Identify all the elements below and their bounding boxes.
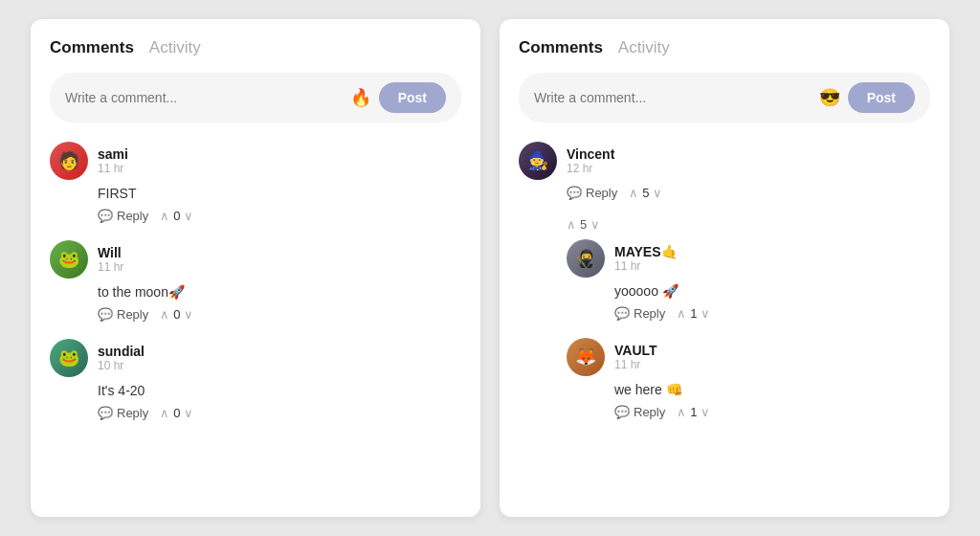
comment-header: 🥷 MAYES🤙 11 hr [567,239,930,278]
comment-actions: 💬 Reply ∧ 0 ∨ [98,406,461,420]
vote-count: 0 [173,406,180,420]
reply-label: Reply [586,186,617,200]
upvote-button[interactable]: ∧ [677,306,686,321]
reply-label: Reply [117,307,148,322]
username: sami [98,146,128,162]
avatar: 🧑 [50,142,88,180]
comment-input[interactable] [65,90,343,105]
downvote-button[interactable]: ∨ [184,406,193,420]
downvote-button[interactable]: ∨ [701,405,710,419]
reply-icon: 💬 [98,406,113,420]
comment-header: 🧑 sami 11 hr [50,142,461,180]
time-ago: 11 hr [614,259,678,273]
comment-text: yooooo 🚀 [614,283,930,299]
username: Will [98,245,123,260]
comment-header: 🐸 Will 11 hr [50,240,461,279]
tab-comments[interactable]: Comments [519,38,603,57]
tab-activity[interactable]: Activity [618,38,670,57]
comment-header: 🦊 VAULT 11 hr [567,338,930,376]
vote-row: ∧ 1 ∨ [677,405,710,419]
time-ago: 11 hr [98,162,128,175]
comment-item: 🐸 sundial 10 hr It's 4-20 💬 Reply ∧ 0 ∨ [50,339,461,420]
username: VAULT [614,343,657,358]
comment-actions: 💬 Reply ∧ 1 ∨ [614,306,930,321]
comment-text: It's 4-20 [98,383,461,398]
downvote-button[interactable]: ∨ [701,306,710,321]
user-info: VAULT 11 hr [614,343,657,371]
downvote-button[interactable]: ∨ [184,209,193,223]
reply-downvote[interactable]: ∨ [590,217,600,232]
input-emoji: 🔥 [350,87,371,108]
upvote-button[interactable]: ∧ [160,209,169,223]
reply-count: 5 [580,217,587,232]
comments-panel: Comments Activity 🔥 Post 🧑 sami 11 hr FI… [31,19,480,517]
downvote-button[interactable]: ∨ [653,186,662,200]
user-info: sundial 10 hr [98,344,145,372]
time-ago: 12 hr [567,162,614,175]
tab-comments[interactable]: Comments [50,38,134,57]
input-emoji: 😎 [819,87,840,108]
comment-text: FIRST [98,186,461,201]
comment-input[interactable] [534,90,812,105]
upvote-button[interactable]: ∧ [629,186,638,200]
vote-row: ∧ 5 ∨ [629,186,662,200]
post-button[interactable]: Post [379,82,446,113]
user-info: sami 11 hr [98,146,128,175]
comment-item: 🧙 Vincent 12 hr 💬 Reply ∧ 5 ∨ [519,142,930,200]
vote-count: 0 [173,307,180,322]
vote-row: ∧ 0 ∨ [160,307,193,322]
comment-actions: 💬 Reply ∧ 5 ∨ [567,186,930,200]
reply-button[interactable]: 💬 Reply [98,209,148,223]
vote-row: ∧ 1 ∨ [677,306,710,321]
avatar: 🐸 [50,240,88,279]
nested-comment-item: 🦊 VAULT 11 hr we here 👊 💬 Reply ∧ 1 ∨ [567,338,930,419]
vote-row: ∧ 0 ∨ [160,209,193,223]
comment-actions: 💬 Reply ∧ 1 ∨ [614,405,930,419]
time-ago: 10 hr [98,359,145,372]
comment-actions: 💬 Reply ∧ 0 ∨ [98,307,461,322]
reply-upvote[interactable]: ∧ [567,217,576,232]
vote-count: 5 [642,186,649,200]
reply-icon: 💬 [567,186,582,200]
vote-row: ∧ 0 ∨ [160,406,193,420]
reply-label: Reply [634,306,665,321]
tabs: Comments Activity [50,38,461,57]
upvote-button[interactable]: ∧ [160,406,169,420]
comment-header: 🐸 sundial 10 hr [50,339,461,377]
reply-button[interactable]: 💬 Reply [98,406,148,420]
nested-comment-item: 🥷 MAYES🤙 11 hr yooooo 🚀 💬 Reply ∧ 1 ∨ [567,239,930,321]
comment-text: to the moon🚀 [98,284,461,300]
reply-label: Reply [634,405,665,419]
username: Vincent [567,146,614,162]
username: sundial [98,344,145,359]
upvote-button[interactable]: ∧ [160,307,169,322]
comment-actions: 💬 Reply ∧ 0 ∨ [98,209,461,223]
comments-panel: Comments Activity 😎 Post 🧙 Vincent 12 hr… [500,19,949,517]
reply-count-row: ∧ 5 ∨ [567,217,930,232]
reply-button[interactable]: 💬 Reply [614,306,665,321]
user-info: Vincent 12 hr [567,146,614,175]
time-ago: 11 hr [98,260,123,274]
comment-input-row: 🔥 Post [50,73,461,123]
avatar: 🦊 [567,338,605,376]
reply-icon: 💬 [614,405,630,419]
reply-button[interactable]: 💬 Reply [98,307,148,322]
reply-label: Reply [117,209,148,223]
time-ago: 11 hr [614,358,657,371]
post-button[interactable]: Post [848,82,915,113]
reply-button[interactable]: 💬 Reply [567,186,617,200]
vote-count: 0 [173,209,180,223]
comment-item: 🧑 sami 11 hr FIRST 💬 Reply ∧ 0 ∨ [50,142,461,223]
comment-input-row: 😎 Post [519,73,930,123]
user-info: MAYES🤙 11 hr [614,244,678,273]
avatar: 🥷 [567,239,605,278]
tab-activity[interactable]: Activity [149,38,201,57]
username: MAYES🤙 [614,244,678,259]
avatar: 🐸 [50,339,88,377]
upvote-button[interactable]: ∧ [677,405,686,419]
reply-button[interactable]: 💬 Reply [614,405,665,419]
comment-item: 🐸 Will 11 hr to the moon🚀 💬 Reply ∧ 0 ∨ [50,240,461,322]
downvote-button[interactable]: ∨ [184,307,193,322]
user-info: Will 11 hr [98,245,123,274]
tabs: Comments Activity [519,38,930,57]
